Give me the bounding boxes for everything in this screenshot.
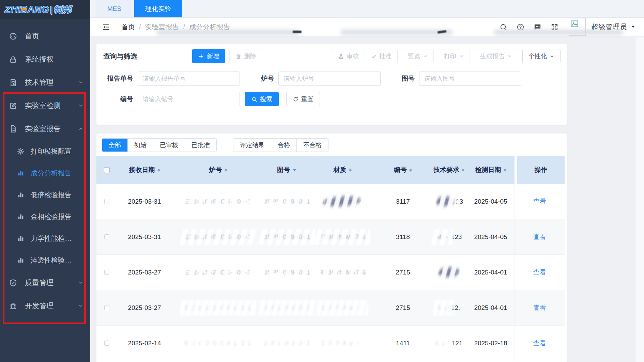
breadcrumb-composition-report[interactable]: 成分分析报告	[189, 22, 230, 32]
sidebar-item-print-template-config[interactable]: 打印模板配置	[0, 140, 90, 162]
view-link[interactable]: 查看	[533, 197, 546, 206]
column-header-received_date[interactable]: 接收日期	[117, 156, 172, 184]
tab-mes[interactable]: MES	[96, 0, 132, 17]
row-checkbox[interactable]	[104, 341, 109, 346]
cell-serial_no: 2715	[375, 290, 431, 325]
reset-button[interactable]: 重置	[286, 92, 320, 106]
cell-action: 查看	[515, 326, 565, 361]
sidebar-item-hardenability-report[interactable]: 淬透性检验…	[0, 249, 90, 271]
sidebar-item-quality-mgmt[interactable]: 质量管理	[0, 271, 90, 294]
redacted-text: 18CrNiMo7-6	[321, 304, 364, 312]
serial-no-input[interactable]	[138, 92, 240, 106]
menu-fold-icon[interactable]	[102, 23, 110, 31]
sidebar-item-lab-report[interactable]: 实验室报告	[0, 117, 90, 140]
cell-material: 18CrNiMo7-6	[310, 326, 375, 361]
breadcrumb: 首页/实验室报告/成分分析报告	[121, 22, 230, 32]
tab-approved[interactable]: 已批准	[185, 139, 216, 152]
redacted-text: JSP5-0890001	[264, 198, 311, 205]
cell-material: 18CrNiMo7-6	[310, 290, 375, 325]
tab-all[interactable]: 全部	[102, 139, 127, 152]
print-button[interactable]: 打印	[438, 49, 470, 63]
cell-action: 查看	[515, 255, 565, 290]
row-checkbox[interactable]	[104, 199, 109, 204]
serial-no-label: 编号	[103, 95, 133, 104]
audit-button[interactable]: 审核	[332, 49, 365, 63]
row-checkbox[interactable]	[104, 234, 109, 239]
cell-received_date: 2025-02-14	[117, 326, 172, 361]
message-icon[interactable]	[534, 23, 541, 31]
lock-icon	[9, 55, 17, 64]
row-checkbox[interactable]	[104, 305, 109, 310]
main-area: MES理化实验 首页/实验室报告/成分分析报告 ? 超级管理员	[90, 0, 644, 362]
sidebar-item-tech-mgmt[interactable]: 技术管理	[0, 71, 90, 94]
column-label-received_date: 接收日期	[129, 166, 155, 174]
gear-icon	[17, 147, 25, 155]
tab-initial[interactable]: 初始	[127, 139, 153, 152]
breadcrumb-separator: /	[139, 23, 141, 31]
print-button-label: 打印	[444, 52, 456, 60]
sidebar-item-metallographic-report[interactable]: 金相检验报告	[0, 206, 90, 227]
redacted-text: JSP5-0899001	[264, 269, 311, 276]
sidebar-item-system-auth[interactable]: 系统授权	[0, 48, 90, 71]
furnace-no-input[interactable]	[278, 72, 381, 86]
search-button[interactable]: 搜索	[245, 92, 279, 106]
chart-icon	[17, 256, 25, 264]
tab-eval-result[interactable]: 评定结果	[233, 139, 271, 152]
column-header-tech_req[interactable]: 技术要求	[431, 156, 467, 184]
cell-furnace_no: E22410995QX-101-1	[172, 184, 264, 219]
help-icon[interactable]: ?	[517, 23, 524, 31]
tab-unqualified[interactable]: 不合格	[296, 139, 328, 152]
add-button[interactable]: 新增	[192, 49, 225, 63]
view-link[interactable]: 查看	[533, 268, 546, 277]
sidebar-item-dev-mgmt[interactable]: 开发管理	[0, 294, 90, 317]
breadcrumb-home[interactable]: 首页	[121, 22, 135, 32]
row-checkbox[interactable]	[104, 270, 109, 275]
tab-qualified[interactable]: 合格	[271, 139, 296, 152]
redacted-text: JSP5-0899001	[264, 304, 311, 312]
sort-icon	[504, 169, 506, 172]
cell-furnace_no: E22411025QX-301-3	[172, 255, 264, 290]
column-header-material[interactable]: 材质	[310, 156, 375, 184]
preview-button[interactable]: 预览	[402, 49, 434, 63]
fullscreen-icon[interactable]	[551, 23, 558, 31]
refresh-icon	[293, 96, 298, 102]
sidebar-item-home[interactable]: 首页	[0, 25, 90, 48]
sidebar-item-mechanical-report[interactable]: 力学性能检…	[0, 227, 90, 249]
breadcrumb-lab-report[interactable]: 实验室报告	[145, 22, 179, 32]
sidebar-item-lab-test[interactable]: 实验室检测	[0, 94, 90, 117]
select-all-checkbox[interactable]	[104, 167, 110, 173]
cell-tech_req: M1-12.	[431, 290, 467, 325]
redacted-text: F18CrNiMo7-6	[319, 233, 366, 241]
audit-approve-group: 审核批准	[332, 49, 398, 63]
column-header-furnace_no[interactable]: 炉号	[172, 156, 264, 184]
redacted-text: R18CrNiMo7-6	[319, 269, 366, 276]
approve-button[interactable]: 批准	[365, 49, 398, 63]
cell-action: 查看	[515, 219, 565, 254]
personalize-button[interactable]: 个性化	[522, 49, 561, 63]
delete-button[interactable]: 删除	[229, 49, 262, 63]
brand-logo[interactable]: ZHIBANG | 制邦	[0, 0, 90, 19]
view-link[interactable]: 查看	[533, 339, 546, 348]
sidebar-item-composition-report[interactable]: 成分分析报告	[0, 162, 90, 184]
column-header-serial_no[interactable]: 编号	[375, 156, 431, 184]
sidebar: ZHIBANG | 制邦 首页系统授权技术管理实验室检测实验室报告打印模板配置成…	[0, 0, 90, 362]
scrollbar-track[interactable]	[635, 37, 644, 362]
view-link[interactable]: 查看	[533, 233, 546, 241]
search-icon[interactable]	[500, 23, 507, 31]
drawing-no-label: 图号	[402, 74, 415, 83]
avatar[interactable]	[569, 18, 586, 36]
column-header-drawing_no[interactable]: 图号	[264, 156, 310, 184]
brand-logo-separator: |	[50, 4, 52, 15]
user-caret-down-icon[interactable]	[630, 24, 636, 30]
cell-material: R18CrNiMo7-6	[310, 255, 375, 290]
tab-audited[interactable]: 已审核	[153, 139, 185, 152]
generate-report-button[interactable]: 生成报告	[474, 49, 518, 63]
report-no-input[interactable]	[138, 72, 240, 86]
tab-physchem-lab[interactable]: 理化实验	[134, 0, 182, 17]
view-link[interactable]: 查看	[533, 303, 546, 312]
username[interactable]: 超级管理员	[591, 22, 627, 32]
magnifier-icon	[251, 96, 257, 102]
column-header-test_date[interactable]: 检测日期	[467, 156, 515, 184]
sidebar-item-lowmag-report[interactable]: 低倍检验报告	[0, 184, 90, 206]
drawing-no-input[interactable]	[419, 72, 521, 86]
